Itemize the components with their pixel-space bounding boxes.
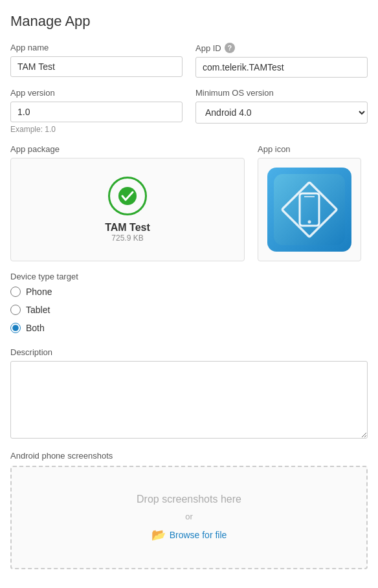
app-name-label: App name [10,43,183,52]
drop-or: or [185,512,193,521]
radio-tablet-input[interactable] [10,305,21,315]
app-id-help-icon[interactable]: ? [225,43,235,53]
check-icon [117,186,138,206]
svg-point-0 [118,187,137,205]
browse-label[interactable]: Browse for file [170,530,227,540]
svg-rect-1 [274,174,345,245]
description-label: Description [10,347,368,357]
drop-zone[interactable]: Drop screenshots here or 📂 Browse for fi… [10,466,368,569]
app-package-upload-box: TAM Test 725.9 KB [10,158,245,261]
app-name-input[interactable] [10,56,183,77]
app-icon-svg [274,174,345,245]
app-version-input[interactable] [10,102,183,122]
radio-both[interactable]: Both [10,323,368,333]
browse-button[interactable]: 📂 Browse for file [151,528,227,542]
app-version-example: Example: 1.0 [10,125,183,134]
svg-point-5 [308,221,311,224]
description-textarea[interactable] [10,361,368,439]
app-id-input[interactable] [195,57,368,78]
package-size: 725.9 KB [111,234,143,243]
app-id-label: App ID ? [195,43,368,53]
min-os-label: Minimum OS version [195,88,368,98]
drop-text: Drop screenshots here [137,494,241,505]
app-icon-image [267,168,351,252]
radio-both-input[interactable] [10,323,21,333]
package-name: TAM Test [105,222,150,234]
package-check-circle [108,177,147,215]
folder-icon: 📂 [151,528,166,542]
radio-phone-input[interactable] [10,287,21,297]
device-type-label: Device type target [10,272,368,281]
page-title: Manage App [10,13,368,30]
app-version-label: App version [10,88,183,98]
device-type-radio-group: Phone Tablet Both [10,287,368,337]
app-package-label: App package [10,144,245,154]
radio-phone[interactable]: Phone [10,287,368,297]
app-icon-label: App icon [258,144,368,154]
min-os-select[interactable]: Android 2.3 Android 3.0 Android 4.0 Andr… [195,102,368,124]
app-icon-box [258,158,361,261]
radio-tablet[interactable]: Tablet [10,305,368,315]
screenshots-label: Android phone screenshots [10,451,368,461]
